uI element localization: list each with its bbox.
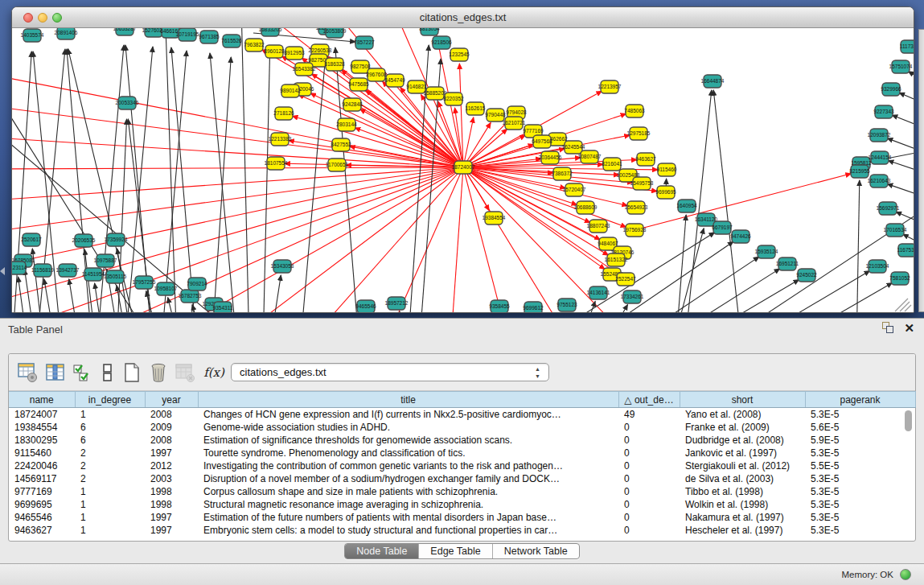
table-cell[interactable]: 1998 [145,485,198,498]
collapsed-panel-edge[interactable] [918,29,924,312]
citation-edge[interactable] [575,241,733,313]
table-cell[interactable]: Estimation of the future numbers of pati… [198,511,618,524]
table-cell[interactable]: 0 [618,511,680,524]
table-cell[interactable]: Stergiakouli et al. (2012) [680,459,805,472]
table-cell[interactable]: 19384554 [9,421,75,434]
table-cell[interactable]: 5.9E-5 [805,434,915,447]
table-cell[interactable]: 0 [618,524,680,537]
table-cell[interactable]: 2 [75,459,145,472]
column-header[interactable]: pagerank [805,392,915,408]
tab-edge-table[interactable]: Edge Table [419,544,492,558]
table-cell[interactable]: 5.5E-5 [805,459,915,472]
new-column-icon[interactable] [121,361,143,384]
citation-edge[interactable] [602,305,628,313]
table-selector-dropdown[interactable]: citations_edges.txt ▲▼ [231,363,549,381]
table-cell[interactable]: Changes of HCN gene expression and I(f) … [198,408,618,422]
table-cell[interactable]: 1 [75,511,145,524]
table-row[interactable]: 946362711997Embryonic stem cells: a mode… [9,524,915,537]
table-row[interactable]: 1456911722003Disruption of a novel membe… [9,472,915,485]
float-panel-icon[interactable] [882,322,894,334]
table-row[interactable]: 969969511998Structural magnetic resonanc… [9,498,915,511]
table-cell[interactable]: 5.6E-5 [805,421,915,434]
citation-edge[interactable] [95,283,105,313]
citation-edge-red[interactable] [12,167,463,169]
table-cell[interactable]: 1997 [145,511,198,524]
table-cell[interactable]: 1997 [145,524,198,537]
table-row[interactable]: 946554611997Estimation of the future num… [9,511,915,524]
citation-edge[interactable] [908,72,914,89]
resize-grip-icon[interactable] [900,302,910,311]
column-header[interactable]: △ out_de… [618,392,680,408]
column-header[interactable]: title [198,392,618,408]
table-cell[interactable]: 5.3E-5 [805,447,915,459]
table-cell[interactable]: 1998 [145,498,198,511]
show-columns-icon[interactable] [44,361,67,384]
table-row[interactable]: 1830029562008Estimation of significance … [9,434,915,447]
table-cell[interactable]: 5.3E-5 [805,511,915,524]
citation-edge[interactable] [400,311,414,313]
table-cell[interactable]: 49 [618,408,680,422]
table-cell[interactable]: 2003 [145,472,198,485]
citation-edge[interactable] [892,115,914,133]
table-row[interactable]: 1872400712008Changes of HCN gene express… [9,408,915,422]
column-header[interactable]: name [9,392,75,408]
table-cell[interactable]: Jankovic et al. (1997) [680,447,805,459]
table-row[interactable]: 2242004622012Investigating the contribut… [9,459,915,472]
citation-edge[interactable] [168,298,181,313]
table-cell[interactable]: Embryonic stem cells: a model to study s… [198,524,618,537]
network-window[interactable]: citations_edges.txt 18724007796382289601… [11,6,914,313]
citation-edge[interactable] [125,45,153,313]
citation-edge[interactable] [165,28,177,313]
table-cell[interactable]: 0 [618,472,680,485]
select-all-icon[interactable] [71,361,93,384]
table-row[interactable]: 977716911998Corpus callosum shape and si… [9,485,915,498]
network-canvas[interactable]: 1872400779638228960128891295322260538982… [12,28,914,313]
table-cell[interactable]: 2009 [145,421,198,434]
citation-edge[interactable] [651,269,780,313]
table-cell[interactable]: 9115460 [9,447,75,459]
deselect-all-icon[interactable] [97,361,119,384]
citation-edge-red[interactable] [12,137,463,167]
table-cell[interactable]: 18724007 [9,408,75,422]
table-cell[interactable]: 9465546 [9,511,75,524]
table-cell[interactable]: Genome-wide association studies in ADHD. [198,421,618,434]
table-cell[interactable]: 1 [75,408,145,422]
delete-column-icon[interactable] [147,361,170,384]
table-cell[interactable]: 5.3E-5 [805,408,915,422]
table-cell[interactable]: 5.3E-5 [805,498,915,511]
citation-edge[interactable] [776,283,892,313]
citation-edge-red[interactable] [634,174,851,230]
table-cell[interactable]: 0 [618,459,680,472]
table-cell[interactable]: 0 [618,447,680,459]
table-cell[interactable]: Structural magnetic resonance image aver… [198,498,618,511]
table-cell[interactable]: 6 [75,421,145,434]
close-panel-icon[interactable]: ✕ [904,322,914,334]
table-scrollbar-thumb[interactable] [905,410,912,431]
table-cell[interactable]: Estimation of significance thresholds fo… [198,434,618,447]
table-cell[interactable]: 2008 [145,408,198,422]
table-cell[interactable]: 2012 [145,459,198,472]
citation-edge[interactable] [713,90,742,313]
citation-edge[interactable] [263,46,270,313]
table-cell[interactable]: 5.3E-5 [805,472,915,485]
table-cell[interactable]: 1997 [145,447,198,459]
citation-edge-red[interactable] [289,141,463,167]
citation-edge-red[interactable] [360,109,463,167]
table-cell[interactable]: 1 [75,485,145,498]
citation-edge-red[interactable] [302,167,463,313]
citation-edge[interactable] [577,301,595,313]
table-cell[interactable]: 0 [618,498,680,511]
table-cell[interactable]: Disruption of a novel member of a sodium… [198,472,618,485]
table-cell[interactable]: 6 [75,434,145,447]
tab-network-table[interactable]: Network Table [493,544,579,558]
column-header[interactable]: short [680,392,805,408]
table-cell[interactable]: Tibbo et al. (1998) [680,485,805,498]
table-cell[interactable]: Dudbridge et al. (2008) [680,434,805,447]
table-cell[interactable]: 9699695 [9,498,75,511]
table-cell[interactable]: 1 [75,524,145,537]
table-cell[interactable]: 1 [75,498,145,511]
citation-edge[interactable] [856,180,860,313]
table-row[interactable]: 911546021997Tourette syndrome. Phenomeno… [9,447,915,459]
citation-edge[interactable] [671,229,704,313]
tab-node-table[interactable]: Node Table [345,544,419,558]
